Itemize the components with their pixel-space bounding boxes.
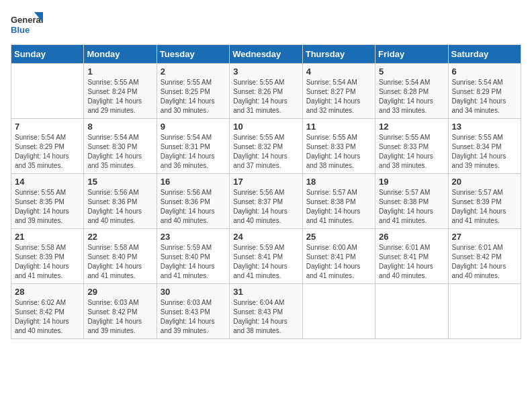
day-number: 16 [161, 177, 226, 187]
calendar-cell: 22Sunrise: 5:58 AM Sunset: 8:40 PM Dayli… [84, 229, 157, 284]
day-number: 7 [15, 122, 80, 132]
day-info: Sunrise: 6:00 AM Sunset: 8:41 PM Dayligh… [306, 243, 371, 281]
day-number: 21 [15, 232, 80, 242]
calendar-cell [375, 284, 448, 339]
day-number: 22 [87, 232, 152, 242]
week-row-2: 7Sunrise: 5:54 AM Sunset: 8:29 PM Daylig… [11, 119, 521, 174]
calendar-cell: 6Sunrise: 5:54 AM Sunset: 8:29 PM Daylig… [448, 64, 521, 119]
calendar-cell: 11Sunrise: 5:55 AM Sunset: 8:33 PM Dayli… [302, 119, 375, 174]
day-number: 13 [452, 122, 517, 132]
calendar-cell: 15Sunrise: 5:56 AM Sunset: 8:36 PM Dayli… [84, 174, 157, 229]
day-info: Sunrise: 5:55 AM Sunset: 8:34 PM Dayligh… [452, 133, 517, 171]
svg-text:Blue: Blue [11, 25, 30, 35]
calendar-cell: 29Sunrise: 6:03 AM Sunset: 8:42 PM Dayli… [84, 284, 157, 339]
day-info: Sunrise: 5:56 AM Sunset: 8:36 PM Dayligh… [87, 188, 152, 226]
day-info: Sunrise: 5:55 AM Sunset: 8:32 PM Dayligh… [233, 133, 298, 171]
day-info: Sunrise: 5:59 AM Sunset: 8:41 PM Dayligh… [233, 243, 298, 281]
day-info: Sunrise: 5:57 AM Sunset: 8:38 PM Dayligh… [379, 188, 444, 226]
calendar-cell: 12Sunrise: 5:55 AM Sunset: 8:33 PM Dayli… [375, 119, 448, 174]
header-row: SundayMondayTuesdayWednesdayThursdayFrid… [11, 45, 521, 64]
day-info: Sunrise: 6:01 AM Sunset: 8:41 PM Dayligh… [379, 243, 444, 281]
day-info: Sunrise: 5:58 AM Sunset: 8:39 PM Dayligh… [15, 243, 80, 281]
calendar-cell: 23Sunrise: 5:59 AM Sunset: 8:40 PM Dayli… [157, 229, 229, 284]
day-number: 12 [379, 122, 444, 132]
day-info: Sunrise: 5:55 AM Sunset: 8:33 PM Dayligh… [379, 133, 444, 171]
calendar-cell: 14Sunrise: 5:55 AM Sunset: 8:35 PM Dayli… [11, 174, 84, 229]
day-number: 26 [379, 232, 444, 242]
day-info: Sunrise: 6:02 AM Sunset: 8:42 PM Dayligh… [15, 298, 80, 336]
calendar-cell: 3Sunrise: 5:55 AM Sunset: 8:26 PM Daylig… [230, 64, 302, 119]
calendar-cell [302, 284, 375, 339]
day-number: 20 [452, 177, 517, 187]
day-number: 5 [379, 66, 444, 77]
calendar-cell: 5Sunrise: 5:54 AM Sunset: 8:28 PM Daylig… [375, 64, 448, 119]
day-info: Sunrise: 5:58 AM Sunset: 8:40 PM Dayligh… [87, 243, 152, 281]
header-day-tuesday: Tuesday [157, 45, 229, 64]
week-row-1: 1Sunrise: 5:55 AM Sunset: 8:24 PM Daylig… [11, 64, 521, 119]
day-info: Sunrise: 6:04 AM Sunset: 8:43 PM Dayligh… [233, 298, 298, 336]
calendar-cell: 25Sunrise: 6:00 AM Sunset: 8:41 PM Dayli… [302, 229, 375, 284]
week-row-5: 28Sunrise: 6:02 AM Sunset: 8:42 PM Dayli… [11, 284, 521, 339]
week-row-4: 21Sunrise: 5:58 AM Sunset: 8:39 PM Dayli… [11, 229, 521, 284]
day-info: Sunrise: 5:55 AM Sunset: 8:26 PM Dayligh… [233, 78, 298, 116]
day-info: Sunrise: 5:54 AM Sunset: 8:28 PM Dayligh… [379, 78, 444, 116]
day-number: 15 [87, 177, 152, 187]
calendar-cell: 16Sunrise: 5:56 AM Sunset: 8:36 PM Dayli… [157, 174, 229, 229]
day-info: Sunrise: 5:54 AM Sunset: 8:31 PM Dayligh… [161, 133, 226, 171]
day-info: Sunrise: 5:57 AM Sunset: 8:39 PM Dayligh… [452, 188, 517, 226]
calendar-cell: 2Sunrise: 5:55 AM Sunset: 8:25 PM Daylig… [157, 64, 229, 119]
logo: GeneralBlue [11, 11, 44, 39]
header-day-saturday: Saturday [448, 45, 521, 64]
calendar-table: SundayMondayTuesdayWednesdayThursdayFrid… [11, 44, 521, 339]
day-info: Sunrise: 5:54 AM Sunset: 8:30 PM Dayligh… [87, 133, 152, 171]
day-number: 28 [15, 287, 80, 297]
calendar-cell: 17Sunrise: 5:56 AM Sunset: 8:37 PM Dayli… [230, 174, 302, 229]
day-info: Sunrise: 5:54 AM Sunset: 8:27 PM Dayligh… [306, 78, 371, 116]
calendar-cell: 19Sunrise: 5:57 AM Sunset: 8:38 PM Dayli… [375, 174, 448, 229]
day-number: 8 [87, 122, 152, 132]
day-number: 2 [161, 66, 226, 77]
calendar-cell: 4Sunrise: 5:54 AM Sunset: 8:27 PM Daylig… [302, 64, 375, 119]
day-number: 11 [306, 122, 371, 132]
day-info: Sunrise: 6:03 AM Sunset: 8:43 PM Dayligh… [161, 298, 226, 336]
day-number: 1 [87, 66, 152, 77]
calendar-cell: 1Sunrise: 5:55 AM Sunset: 8:24 PM Daylig… [84, 64, 157, 119]
calendar-cell: 26Sunrise: 6:01 AM Sunset: 8:41 PM Dayli… [375, 229, 448, 284]
day-number: 4 [306, 66, 371, 77]
day-number: 25 [306, 232, 371, 242]
header-day-monday: Monday [84, 45, 157, 64]
day-number: 18 [306, 177, 371, 187]
day-number: 27 [452, 232, 517, 242]
calendar-cell: 9Sunrise: 5:54 AM Sunset: 8:31 PM Daylig… [157, 119, 229, 174]
day-info: Sunrise: 5:55 AM Sunset: 8:25 PM Dayligh… [161, 78, 226, 116]
week-row-3: 14Sunrise: 5:55 AM Sunset: 8:35 PM Dayli… [11, 174, 521, 229]
calendar-cell: 10Sunrise: 5:55 AM Sunset: 8:32 PM Dayli… [230, 119, 302, 174]
day-info: Sunrise: 5:55 AM Sunset: 8:33 PM Dayligh… [306, 133, 371, 171]
day-info: Sunrise: 5:54 AM Sunset: 8:29 PM Dayligh… [15, 133, 80, 171]
day-number: 31 [233, 287, 298, 297]
day-number: 6 [452, 66, 517, 77]
day-number: 3 [233, 66, 298, 77]
header-day-friday: Friday [375, 45, 448, 64]
calendar-cell: 21Sunrise: 5:58 AM Sunset: 8:39 PM Dayli… [11, 229, 84, 284]
calendar-cell: 30Sunrise: 6:03 AM Sunset: 8:43 PM Dayli… [157, 284, 229, 339]
calendar-body: 1Sunrise: 5:55 AM Sunset: 8:24 PM Daylig… [11, 64, 521, 339]
calendar-cell: 24Sunrise: 5:59 AM Sunset: 8:41 PM Dayli… [230, 229, 302, 284]
day-info: Sunrise: 6:03 AM Sunset: 8:42 PM Dayligh… [87, 298, 152, 336]
calendar-cell: 27Sunrise: 6:01 AM Sunset: 8:42 PM Dayli… [448, 229, 521, 284]
page-header: GeneralBlue [11, 11, 521, 39]
day-info: Sunrise: 5:55 AM Sunset: 8:35 PM Dayligh… [15, 188, 80, 226]
day-number: 17 [233, 177, 298, 187]
day-number: 19 [379, 177, 444, 187]
day-info: Sunrise: 5:59 AM Sunset: 8:40 PM Dayligh… [161, 243, 226, 281]
calendar-cell: 18Sunrise: 5:57 AM Sunset: 8:38 PM Dayli… [302, 174, 375, 229]
day-info: Sunrise: 5:56 AM Sunset: 8:36 PM Dayligh… [161, 188, 226, 226]
day-info: Sunrise: 5:57 AM Sunset: 8:38 PM Dayligh… [306, 188, 371, 226]
day-number: 10 [233, 122, 298, 132]
calendar-cell: 7Sunrise: 5:54 AM Sunset: 8:29 PM Daylig… [11, 119, 84, 174]
calendar-cell [11, 64, 84, 119]
day-info: Sunrise: 5:54 AM Sunset: 8:29 PM Dayligh… [452, 78, 517, 116]
calendar-cell: 13Sunrise: 5:55 AM Sunset: 8:34 PM Dayli… [448, 119, 521, 174]
calendar-cell: 28Sunrise: 6:02 AM Sunset: 8:42 PM Dayli… [11, 284, 84, 339]
day-number: 29 [87, 287, 152, 297]
